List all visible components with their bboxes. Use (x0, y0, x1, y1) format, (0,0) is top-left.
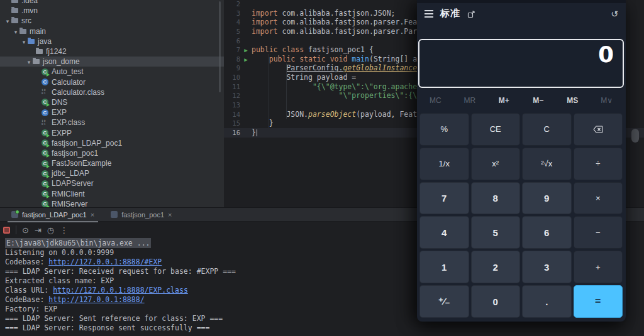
memory-clear-button[interactable]: MC (418, 92, 453, 109)
negate-button[interactable]: ⁺⁄₋ (419, 285, 469, 318)
clear-entry-button[interactable]: CE (471, 113, 521, 146)
tree-item-src[interactable]: src (0, 16, 224, 26)
tree-item-calculator-class[interactable]: Calculator.class (0, 87, 224, 97)
digit-2-button[interactable]: 2 (471, 251, 521, 283)
run-tab-fastjson-ldap-poc1[interactable]: fastjson_LDAP_poc1 × (8, 208, 98, 222)
run-class-icon[interactable] (240, 45, 252, 55)
tree-item-auto-test[interactable]: Auto_test (0, 67, 224, 77)
memory-flyout-button[interactable]: M∨ (590, 92, 625, 109)
line-number: 13 (224, 100, 240, 110)
profiler-icon[interactable]: ◷ (47, 226, 54, 234)
stop-button[interactable] (3, 227, 10, 234)
percent-button[interactable]: % (419, 113, 469, 146)
gutter-slot (240, 27, 252, 36)
tree-item-exp-class[interactable]: EXP.class (0, 117, 224, 127)
runnable-class-icon (42, 139, 48, 146)
code-segment: public class (252, 45, 308, 54)
digit-0-button[interactable]: 0 (471, 285, 521, 318)
gutter-slot (240, 110, 252, 119)
run-tab-fastjson-poc1[interactable]: fastjson_poc1 × (107, 208, 175, 222)
folder-icon (11, 18, 18, 23)
digit-3-button[interactable]: 3 (522, 251, 572, 283)
project-scrollbar[interactable] (219, 1, 221, 92)
decimal-button[interactable]: . (522, 285, 572, 318)
code-segment: ParserConfig. (286, 63, 343, 72)
tree-item-dns[interactable]: DNS (0, 97, 224, 107)
tree-item-jdbc-ldap[interactable]: jdbc_LDAP (0, 168, 224, 178)
digit-5-button[interactable]: 5 (471, 216, 521, 249)
digit-9-button[interactable]: 9 (522, 182, 572, 215)
clear-button[interactable]: C (522, 113, 572, 146)
reciprocal-button[interactable]: 1/x (419, 148, 469, 180)
tree-item-fastjsonexample[interactable]: FastJsonExample (0, 158, 224, 168)
close-icon[interactable]: × (168, 211, 172, 219)
tree-item-fastjson-poc1[interactable]: fastjson_poc1 (0, 148, 224, 158)
hamburger-menu-icon[interactable] (425, 13, 433, 14)
tree-item-idea[interactable]: .idea (0, 0, 224, 6)
tree-item-exp[interactable]: EXP (0, 107, 224, 117)
memory-subtract-button[interactable]: M− (521, 92, 556, 109)
memory-add-button[interactable]: M+ (487, 92, 521, 109)
chevron-down-icon[interactable] (20, 37, 28, 46)
digit-6-button[interactable]: 6 (522, 216, 572, 249)
run-tab-label: fastjson_LDAP_poc1 (22, 211, 87, 219)
backspace-button[interactable] (574, 113, 623, 146)
tree-item-calculator[interactable]: Calculator (0, 77, 224, 87)
chevron-down-icon[interactable] (12, 27, 19, 36)
equals-button[interactable]: = (574, 285, 623, 318)
tree-item-expp[interactable]: EXPP (0, 127, 224, 138)
multiply-button[interactable]: × (574, 182, 623, 215)
digit-8-button[interactable]: 8 (471, 182, 521, 215)
console-text: Class URL: (5, 286, 53, 295)
tree-item-main[interactable]: main (0, 26, 224, 36)
gutter-slot (240, 73, 252, 82)
run-main-icon[interactable] (240, 55, 252, 64)
chevron-down-icon[interactable] (25, 57, 33, 66)
tree-item-java[interactable]: java (0, 36, 224, 46)
close-icon[interactable]: × (91, 211, 94, 219)
tree-item-ldapserver[interactable]: LDAPServer (0, 178, 224, 188)
tree-item-mvn[interactable]: .mvn (0, 6, 224, 16)
code-text: import com.alibaba.fastjson.parser.Featu… (252, 18, 439, 27)
tree-item-rmiclient[interactable]: RMIClient (0, 189, 224, 199)
code-segment: import (252, 9, 278, 18)
tree-item-label: FastJsonExample (52, 159, 111, 168)
codebase-link[interactable]: http://127.0.0.1:8888/ (48, 295, 144, 304)
line-number: 2 (224, 0, 240, 9)
memory-recall-button[interactable]: MR (453, 92, 487, 109)
memory-store-button[interactable]: MS (555, 92, 590, 109)
chevron-down-icon[interactable] (4, 16, 11, 25)
code-segment: String payload = (252, 73, 356, 82)
square-button[interactable]: x² (471, 148, 521, 180)
code-segment (252, 55, 269, 63)
tree-item-fastjson-ldap-poc1[interactable]: fastjson_LDAP_poc1 (0, 138, 224, 148)
keep-on-top-icon[interactable] (467, 10, 475, 18)
calculator-window: 标准 0 MC MR M+ M− MS M∨ % CE C 1/x x² ²√x… (417, 0, 626, 322)
tree-item-json-dome[interactable]: json_dome (0, 57, 224, 67)
thread-dump-icon[interactable]: ⊙ (22, 226, 29, 234)
more-options-icon[interactable]: ⋮ (60, 226, 68, 234)
class-icon (42, 79, 48, 85)
digit-1-button[interactable]: 1 (419, 251, 469, 283)
add-button[interactable]: + (574, 251, 623, 283)
runnable-class-icon (42, 149, 48, 156)
gutter-slot (240, 119, 252, 128)
divide-button[interactable]: ÷ (574, 148, 623, 180)
editor-scrollbar[interactable] (631, 129, 639, 143)
class-url-link[interactable]: http://127.0.0.1:8888/EXP.class (53, 286, 188, 295)
tree-item-fj1242[interactable]: fj1242 (0, 46, 224, 57)
digit-7-button[interactable]: 7 (419, 182, 469, 215)
toolbar-divider (16, 225, 16, 234)
tree-item-label: LDAPServer (52, 179, 94, 188)
tree-item-rmiserver[interactable]: RMIServer (0, 199, 224, 207)
history-icon[interactable] (611, 9, 618, 19)
code-segment (252, 82, 313, 91)
codebase-link[interactable]: http://127.0.0.1:8888/#EXP (48, 257, 162, 266)
gutter-slot (240, 63, 252, 73)
square-root-button[interactable]: ²√x (522, 148, 572, 180)
line-number: 4 (224, 18, 240, 27)
digit-4-button[interactable]: 4 (419, 216, 469, 249)
line-number: 5 (224, 27, 240, 36)
detach-icon[interactable]: ⇥ (35, 226, 42, 234)
subtract-button[interactable]: − (574, 216, 623, 249)
